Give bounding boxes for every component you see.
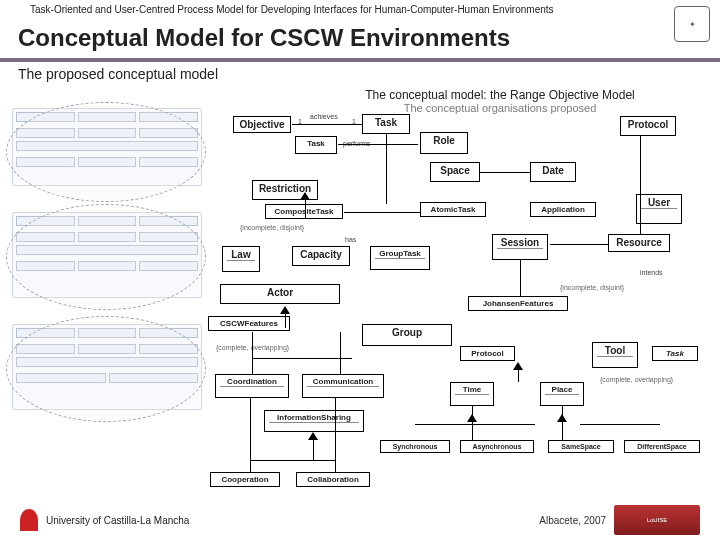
box-time: Time [450,382,494,406]
label-incomplete: {incomplete, disjoint} [240,224,304,231]
box-task: Task [362,114,410,134]
box-collab: Collaboration [296,472,370,487]
view-circle-1 [6,102,206,202]
box-place: Place [540,382,584,406]
box-infoshare: InformationSharing [264,410,364,432]
box-space: Space [430,162,480,182]
sponsor-logo: LoUISE [614,505,700,535]
view-circle-3 [6,316,206,422]
label-incomplete-2: {incomplete, disjoint} [560,284,624,291]
label-achieves: achieves [310,113,338,120]
caption-line-2: The conceptual organisations proposed [300,102,700,114]
label-has: has [345,236,356,243]
box-async: Asynchronous [460,440,534,453]
caption-line-1: The conceptual model: the Range Objectiv… [300,88,700,102]
box-capacity: Capacity [292,246,350,266]
place-text: Albacete, 2007 [539,515,606,526]
box-composite: CompositeTask [265,204,343,219]
view-circle-2 [6,204,206,310]
box-task-small: Task [295,136,337,154]
box-johansen: JohansenFeatures [468,296,568,311]
slide-top-strip: Task-Oriented and User-Centred Process M… [0,0,720,22]
box-same: SameSpace [548,440,614,453]
box-coord: Coordination [215,374,289,398]
box-objective: Objective [233,116,291,133]
footer-university: University of Castilla-La Mancha [20,509,189,531]
box-atomic: AtomicTask [420,202,486,217]
box-law: Law [222,246,260,272]
slide-subtitle: The proposed conceptual model [0,62,720,84]
box-protocol: Protocol [620,116,676,136]
box-date: Date [530,162,576,182]
footer-place: Albacete, 2007 LoUISE [539,505,700,535]
box-sync: Synchronous [380,440,450,453]
box-diff: DifferentSpace [624,440,700,453]
box-grouptask: GroupTask [370,246,430,270]
box-role: Role [420,132,468,154]
box-group: Group [362,324,452,346]
box-coop: Cooperation [210,472,280,487]
box-comm: Communication [302,374,384,398]
box-session: Session [492,234,548,260]
content-area: The conceptual model: the Range Objectiv… [0,84,720,514]
label-overlap-2: {complete, overlapping} [600,376,673,383]
box-application: Application [530,202,596,217]
box-protocol2: Protocol [460,346,515,361]
box-actor: Actor [220,284,340,304]
university-name: University of Castilla-La Mancha [46,515,189,526]
box-tool: Tool [592,342,638,368]
footer: University of Castilla-La Mancha Albacet… [0,500,720,540]
diagram-caption: The conceptual model: the Range Objectiv… [300,88,700,114]
slide-title: Conceptual Model for CSCW Environments [0,22,720,58]
box-resource: Resource [608,234,670,252]
university-crest-icon: ✦ [674,6,710,42]
box-cscwfeat: CSCWFeatures [208,316,290,331]
university-logo-icon [20,509,38,531]
box-task2: Task [652,346,698,361]
label-intends: intends [640,269,663,276]
box-user: User [636,194,682,224]
